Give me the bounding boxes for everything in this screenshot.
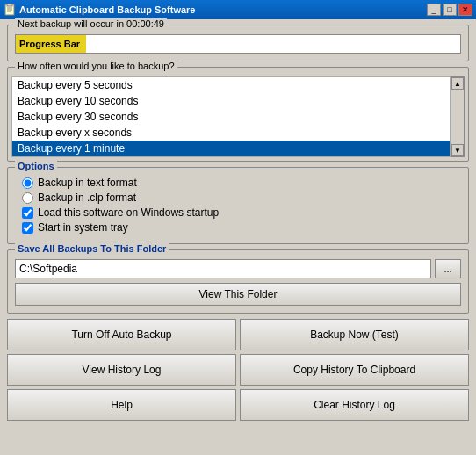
window-title: Automatic Clipboard Backup Software: [19, 4, 195, 15]
checkbox-startup-label: Load this software on Windows startup: [38, 206, 219, 219]
action-buttons: Turn Off Auto Backup Backup Now (Test) V…: [7, 319, 469, 421]
frequency-list-item[interactable]: Backup every x seconds: [12, 125, 450, 141]
app-icon: [4, 4, 16, 16]
checkbox-tray[interactable]: Start in system tray: [15, 221, 461, 234]
minimize-button[interactable]: _: [427, 4, 441, 16]
frequency-list-item[interactable]: Backup every 30 seconds: [12, 109, 450, 125]
close-button[interactable]: ✕: [458, 4, 472, 16]
radio-text-format[interactable]: Backup in text format: [15, 177, 461, 189]
browse-button[interactable]: ...: [435, 259, 461, 278]
progress-bar-inner: Progress Bar: [16, 35, 86, 53]
folder-path-input[interactable]: [15, 259, 431, 278]
frequency-scrollbar: ▲ ▼: [451, 76, 465, 157]
frequency-legend: How often would you like to backup?: [15, 61, 177, 71]
backup-now-button[interactable]: Backup Now (Test): [240, 319, 469, 350]
main-content: Next backup will occur in 00:00:49 Progr…: [0, 19, 476, 428]
scroll-track: [451, 90, 464, 144]
help-button[interactable]: Help: [7, 389, 236, 421]
checkbox-startup-input[interactable]: [22, 207, 33, 219]
frequency-list-item[interactable]: Backup every 1 minute: [12, 141, 450, 156]
save-folder-group: Save All Backups To This Folder ... View…: [7, 249, 469, 314]
radio-clp-label: Backup in .clp format: [38, 191, 136, 204]
progress-bar-outer: Progress Bar: [15, 34, 461, 54]
copy-history-to-clipboard-button[interactable]: Copy History To Clipboard: [240, 354, 469, 386]
next-backup-legend: Next backup will occur in 00:00:49: [15, 18, 167, 29]
options-group: Options Backup in text format Backup in …: [7, 167, 469, 244]
frequency-group: How often would you like to backup? Back…: [7, 67, 469, 162]
window-controls: _ □ ✕: [427, 4, 472, 16]
clear-history-log-button[interactable]: Clear History Log: [240, 389, 469, 421]
radio-text-label: Backup in text format: [38, 177, 137, 189]
frequency-list-item[interactable]: Backup every 5 seconds: [12, 77, 450, 93]
save-folder-legend: Save All Backups To This Folder: [15, 243, 169, 254]
turn-off-auto-backup-button[interactable]: Turn Off Auto Backup: [7, 319, 236, 350]
checkbox-startup[interactable]: Load this software on Windows startup: [15, 206, 461, 219]
frequency-list-item[interactable]: Backup every 10 seconds: [12, 93, 450, 109]
next-backup-group: Next backup will occur in 00:00:49 Progr…: [7, 25, 469, 61]
radio-clp-format[interactable]: Backup in .clp format: [15, 191, 461, 204]
title-bar: Automatic Clipboard Backup Software _ □ …: [0, 0, 476, 19]
progress-label: Progress Bar: [19, 39, 80, 49]
checkbox-tray-label: Start in system tray: [38, 221, 128, 234]
maximize-button[interactable]: □: [443, 4, 457, 16]
svg-rect-1: [7, 4, 12, 6]
options-legend: Options: [15, 161, 57, 171]
view-folder-button[interactable]: View This Folder: [15, 283, 461, 306]
frequency-list[interactable]: Backup every 5 secondsBackup every 10 se…: [11, 76, 451, 157]
scroll-down-button[interactable]: ▼: [451, 144, 464, 156]
radio-text-input[interactable]: [22, 177, 33, 189]
folder-row: ...: [15, 259, 461, 278]
view-history-log-button[interactable]: View History Log: [7, 354, 236, 386]
checkbox-tray-input[interactable]: [22, 222, 33, 234]
radio-clp-input[interactable]: [22, 192, 33, 204]
scroll-up-button[interactable]: ▲: [451, 77, 464, 90]
